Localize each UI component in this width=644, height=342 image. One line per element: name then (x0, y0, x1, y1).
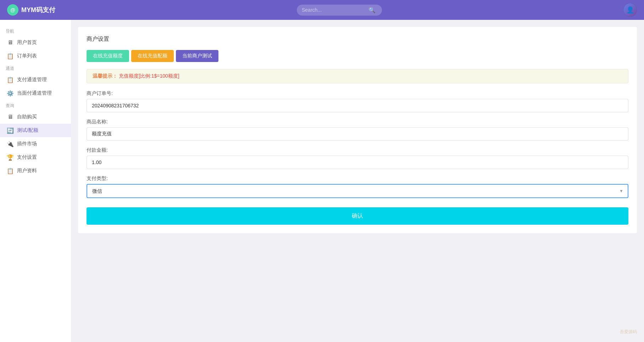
sidebar-section-channel: 通道 (0, 63, 71, 73)
logo-text: MYM码支付 (21, 6, 55, 14)
page-card: 商户设置 在线充值额度 在线充值配额 当前商户测试 温馨提示： 充值额度[比例:… (78, 27, 637, 233)
sidebar-item-order-list[interactable]: 📋 订单列表 (0, 49, 71, 63)
order-no-input[interactable] (87, 99, 628, 112)
amount-group: 付款金额: (87, 147, 628, 169)
sidebar-item-face-channel[interactable]: ⚙️ 当面付通道管理 (0, 86, 71, 100)
pay-type-label: 支付类型: (87, 175, 628, 182)
sidebar-item-plugin-market[interactable]: 🔌 插件市场 (0, 137, 71, 151)
logo: @ MYM码支付 (7, 4, 55, 16)
logo-icon: @ (7, 4, 18, 16)
confirm-button[interactable]: 确认 (87, 207, 628, 225)
pay-channel-icon: 📋 (7, 77, 13, 83)
pay-type-select[interactable]: 微信 支付宝 (87, 184, 628, 198)
header: @ MYM码支付 🔍 👤 (0, 0, 644, 20)
sidebar-item-label: 自助购买 (17, 114, 37, 120)
tab-merchant-test[interactable]: 当前商户测试 (176, 50, 218, 62)
main-content: 商户设置 在线充值额度 在线充值配额 当前商户测试 温馨提示： 充值额度[比例:… (71, 20, 644, 342)
pay-settings-icon: 🏆 (7, 154, 13, 161)
amount-input[interactable] (87, 156, 628, 169)
sidebar-item-self-buy[interactable]: 🖥 自助购买 (0, 110, 71, 124)
layout: 导航 🖥 用户首页 📋 订单列表 通道 📋 支付通道管理 ⚙️ 当面付通道管理 … (0, 20, 644, 342)
sidebar-section-nav: 导航 (0, 26, 71, 36)
test-config-icon: 🔄 (7, 127, 13, 134)
sidebar-section-query: 查询 (0, 100, 71, 110)
sidebar-item-label: 支付设置 (17, 154, 37, 161)
sidebar-item-user-profile[interactable]: 📋 用户资料 (0, 164, 71, 178)
avatar[interactable]: 👤 (623, 3, 637, 17)
order-no-group: 商户订单号: (87, 90, 628, 112)
product-name-label: 商品名称: (87, 119, 628, 125)
plugin-market-icon: 🔌 (7, 141, 13, 147)
sidebar-item-label: 用户资料 (17, 168, 37, 174)
search-input[interactable] (302, 7, 366, 13)
user-home-icon: 🖥 (7, 39, 13, 46)
sidebar-item-pay-channel[interactable]: 📋 支付通道管理 (0, 73, 71, 86)
user-profile-icon: 📋 (7, 168, 13, 174)
page-title: 商户设置 (87, 35, 628, 43)
sidebar-item-label: 插件市场 (17, 141, 37, 147)
order-list-icon: 📋 (7, 53, 13, 59)
pay-type-group: 支付类型: 微信 支付宝 (87, 175, 628, 198)
search-icon[interactable]: 🔍 (368, 7, 376, 13)
sidebar-item-pay-settings[interactable]: 🏆 支付设置 (0, 151, 71, 164)
warning-text: 充值额度[比例:1$=100额度] (119, 73, 179, 79)
product-name-group: 商品名称: (87, 119, 628, 141)
order-no-label: 商户订单号: (87, 90, 628, 97)
warning-label: 温馨提示： (93, 73, 117, 79)
sidebar: 导航 🖥 用户首页 📋 订单列表 通道 📋 支付通道管理 ⚙️ 当面付通道管理 … (0, 20, 71, 342)
product-name-input[interactable] (87, 127, 628, 141)
face-channel-icon: ⚙️ (7, 90, 13, 96)
sidebar-item-label: 当面付通道管理 (17, 90, 52, 96)
sidebar-item-test-config[interactable]: 🔄 测试/配额 (0, 124, 71, 137)
sidebar-item-label: 支付通道管理 (17, 77, 47, 83)
self-buy-icon: 🖥 (7, 114, 13, 120)
avatar-image: 👤 (623, 3, 637, 17)
pay-type-select-wrapper: 微信 支付宝 (87, 184, 628, 198)
tab-recharge-match[interactable]: 在线充值配额 (131, 50, 174, 62)
sidebar-item-user-home[interactable]: 🖥 用户首页 (0, 36, 71, 49)
sidebar-item-label: 订单列表 (17, 53, 37, 59)
sidebar-item-label: 用户首页 (17, 39, 37, 46)
tab-recharge-quota[interactable]: 在线充值额度 (87, 50, 129, 62)
sidebar-item-label: 测试/配额 (17, 127, 38, 134)
amount-label: 付款金额: (87, 147, 628, 153)
warning-bar: 温馨提示： 充值额度[比例:1$=100额度] (87, 69, 628, 83)
tabs: 在线充值额度 在线充值配额 当前商户测试 (87, 50, 628, 62)
search-bar: 🔍 (297, 5, 382, 16)
